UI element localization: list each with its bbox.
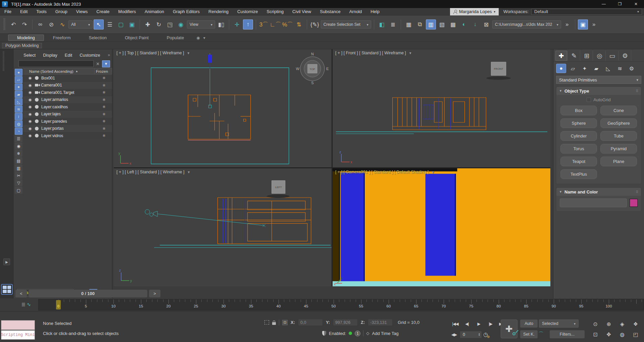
viewport-left[interactable]: [ + ] [ Left ] [ Standard ] [ Wireframe … (114, 168, 332, 286)
dock-drag-handle[interactable] (3, 51, 4, 71)
snaps-toggle-icon[interactable]: 3⌒ (259, 19, 269, 30)
explorer-menu-item[interactable]: Display (39, 53, 61, 58)
select-and-link-icon[interactable]: ∞ (35, 19, 45, 30)
create-space-warps-icon[interactable]: ≋ (615, 64, 625, 73)
frozen-toggle-icon[interactable]: ✻ (96, 98, 112, 102)
add-time-tag[interactable]: Add Time Tag (372, 331, 399, 336)
frozen-toggle-icon[interactable]: ✻ (96, 105, 112, 109)
object-name-field[interactable] (560, 198, 627, 207)
per-view-filter-icon[interactable]: ▼ (187, 170, 191, 174)
set-keys-button[interactable]: ✚ (501, 320, 517, 338)
create-geometry-icon[interactable]: ● (556, 64, 566, 73)
mirror-icon[interactable]: ◧ (377, 19, 387, 30)
curve-editor-icon[interactable]: ▧ (437, 19, 447, 30)
display-lights-icon[interactable]: ✦ (15, 83, 22, 91)
filter-funnel-icon[interactable]: ▽ (15, 179, 22, 186)
primitive-button[interactable]: Cylinder (560, 131, 597, 141)
select-and-place-icon[interactable]: ◉ (176, 19, 186, 30)
zoom-extents-all-icon[interactable]: ❖ (629, 319, 642, 329)
time-slider-range[interactable]: 0 / 100 (29, 290, 147, 297)
frozen-toggle-icon[interactable]: ✻ (96, 76, 112, 80)
use-pivot-point-icon[interactable]: ▮▯ (216, 19, 226, 30)
key-selection-dropdown[interactable]: Selected (539, 320, 579, 328)
workspace-dropdown[interactable]: Default (531, 9, 642, 15)
new-container-icon[interactable]: ▢ (15, 187, 22, 194)
pan-icon[interactable]: ✥ (602, 329, 615, 340)
degradation-level-button[interactable]: 1 (355, 331, 360, 336)
auto-key-button[interactable]: Auto (520, 320, 538, 328)
frozen-toggle-icon[interactable]: ✻ (96, 119, 112, 123)
previous-frame-icon[interactable]: ◀| (461, 320, 473, 328)
scene-row[interactable]: ◉ Layer:paredes ✻ (23, 118, 112, 125)
search-clear-icon[interactable]: ✕ (95, 61, 100, 66)
play-icon[interactable]: ▶ (473, 320, 484, 328)
zoom-icon[interactable]: ⊙ (589, 319, 602, 329)
visibility-eye-icon[interactable]: ◉ (29, 119, 33, 123)
unlink-selection-icon[interactable]: ⊘ (46, 19, 56, 30)
ribbon-switch-icon[interactable]: ◉ (196, 36, 200, 40)
orbit-icon[interactable]: ◍ (615, 329, 629, 340)
minimize-button[interactable]: — (596, 0, 612, 8)
x-coordinate-field[interactable]: 0,0 (298, 319, 323, 326)
column-settings-icon[interactable]: ▤ (15, 157, 22, 164)
select-object-icon[interactable]: ↖ (94, 19, 104, 30)
edit-named-selection-sets-icon[interactable]: {✎} (310, 19, 320, 30)
viewcube-compass[interactable]: TOP N W E S (296, 52, 329, 85)
display-shapes-icon[interactable]: ▱ (15, 76, 22, 83)
toolbar-icon[interactable] (140, 19, 140, 30)
selection-lock-icon[interactable] (272, 322, 276, 325)
render-setup-icon[interactable]: ↓ (470, 19, 480, 30)
scene-row[interactable]: ◉ Box001 ✻ (23, 74, 112, 82)
explorer-menu-item[interactable]: Customize (76, 53, 104, 58)
menu-item[interactable]: Rendering (204, 8, 233, 15)
ribbon-tab[interactable]: Freeform (44, 35, 80, 41)
frame-spinner[interactable]: ▲▼ (478, 333, 480, 336)
ribbon-tab[interactable]: Modeling (8, 35, 44, 41)
primitive-button[interactable]: Teapot (560, 157, 597, 166)
ribbon-tab[interactable]: Selection (80, 35, 116, 41)
name-column-header[interactable]: Name (Sorted Ascending) ▲ (23, 69, 94, 73)
menu-item[interactable]: Help (366, 8, 384, 15)
ribbon-tab[interactable]: Populate (158, 35, 193, 41)
y-coordinate-field[interactable]: 997,926 (333, 319, 358, 326)
camera-object-top[interactable] (208, 55, 212, 63)
list-view-icon[interactable]: ☰ (15, 135, 22, 142)
explorer-overflow-icon[interactable]: » (108, 53, 110, 57)
next-frame-icon[interactable]: |▶ (485, 320, 496, 328)
left-viewport-canvas[interactable]: LEFT z y (114, 168, 332, 286)
select-and-scale-icon[interactable]: ◳ (165, 19, 175, 30)
tab-display[interactable]: ▭ (606, 51, 618, 61)
primitive-button[interactable]: Pyramid (600, 144, 637, 154)
scene-row[interactable]: ◉ Layer:portas ✻ (23, 125, 112, 132)
viewcube-front[interactable]: FRONT (486, 62, 511, 80)
menu-item[interactable]: File (0, 8, 16, 15)
frozen-toggle-icon[interactable]: ✻ (96, 134, 112, 137)
search-filter-funnel-icon[interactable]: ▼ (102, 60, 110, 67)
camera-viewport-canvas[interactable]: x y (333, 168, 550, 286)
display-containers-icon[interactable]: ◍ (15, 120, 22, 127)
menu-item[interactable]: Create (92, 8, 114, 15)
maxscript-mini-listener-output[interactable] (1, 320, 35, 330)
redo-icon[interactable]: ↷ (19, 19, 30, 30)
per-view-filter-icon[interactable]: ▼ (409, 51, 412, 55)
reference-coordinate-dropdown[interactable]: View (187, 20, 215, 28)
visibility-eye-icon[interactable]: ◉ (29, 90, 33, 95)
bind-to-space-warp-icon[interactable]: ∿ (57, 19, 67, 30)
tab-modify[interactable]: ✎ (568, 51, 580, 61)
top-viewport-canvas[interactable]: TOP N W E S y x (114, 49, 332, 167)
primitive-button[interactable]: Torus (560, 144, 597, 154)
viewport-front-label[interactable]: [ + ] [ Front ] [ Standard ] [ Wireframe… (335, 51, 406, 55)
primitive-category-dropdown[interactable]: Standard Primitives (556, 76, 641, 84)
scene-row[interactable]: ◉ Layer:caixilhos ✻ (23, 103, 112, 111)
create-shapes-icon[interactable]: ▱ (568, 64, 578, 73)
primitive-button[interactable]: Box (560, 106, 597, 115)
view-settings-icon[interactable]: ▥ (15, 165, 22, 172)
menu-item[interactable]: Group (51, 8, 72, 15)
visibility-eye-icon[interactable]: ◉ (29, 105, 33, 109)
display-cameras-icon[interactable]: ▰ (15, 91, 22, 98)
transform-type-in-icon[interactable]: ⊡ (282, 320, 288, 325)
time-configuration-icon[interactable]: ◷⚙ (483, 331, 488, 338)
tab-utilities[interactable]: ⚙ (619, 51, 631, 61)
frozen-toggle-icon[interactable]: ✻ (96, 127, 112, 130)
zoom-extents-icon[interactable]: ◈ (615, 319, 629, 329)
